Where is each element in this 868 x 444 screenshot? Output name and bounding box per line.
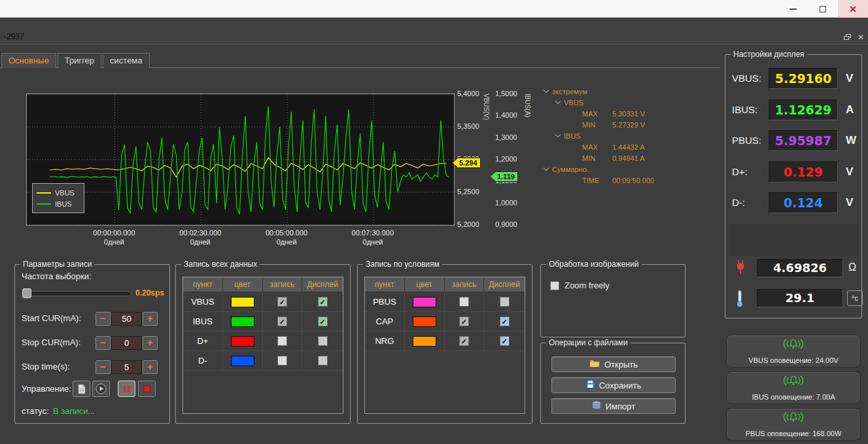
stop-record-button[interactable] [138, 381, 156, 397]
tree-label: IBUS [564, 132, 581, 140]
play-button[interactable] [92, 381, 110, 397]
color-cell [405, 312, 445, 331]
decrement-button[interactable]: − [95, 312, 111, 326]
minimize-button[interactable] [778, 0, 808, 18]
record-cond-group: Запись по условиям пунктцветзаписьДиспле… [357, 264, 532, 424]
tab-Триггер[interactable]: Триггер [58, 53, 101, 68]
xtick-time: 00:02:30.000 [164, 228, 236, 237]
display-checkbox[interactable]: ✓ [500, 316, 510, 326]
alert-button-1[interactable]: IBUS оповещение: 7.00A [726, 371, 861, 404]
display-cell: ✓ [302, 292, 343, 311]
tree-node-экстремум[interactable]: экстремум [544, 86, 716, 97]
control-label: Управление: [22, 384, 71, 394]
item-name-cell: IBUS [183, 312, 223, 331]
item-name-cell: VBUS [183, 292, 223, 311]
marker-value: 5.294 [459, 159, 477, 167]
maximize-button[interactable] [808, 0, 838, 18]
ytick-VBUS(V)-5,4000: 5,4000 [457, 90, 479, 97]
chart-canvas [27, 94, 454, 225]
color-swatch[interactable] [413, 297, 436, 307]
reading-unit: A [846, 103, 854, 116]
table-header-row: пунктцветзаписьДисплей [183, 277, 343, 292]
display-checkbox[interactable] [500, 297, 510, 307]
decrement-button[interactable]: − [95, 336, 111, 350]
close-button[interactable]: ✕ [838, 0, 868, 18]
file-button-Импорт[interactable]: Импорт [551, 398, 676, 414]
display-cell: ✓ [484, 332, 525, 350]
color-swatch[interactable] [231, 297, 254, 307]
play-icon [95, 383, 107, 394]
table-row-VBUS: VBUS✓✓ [183, 292, 343, 312]
color-swatch[interactable] [231, 316, 254, 327]
legend-item-IBUS: IBUS [37, 198, 80, 209]
color-swatch[interactable] [231, 356, 254, 366]
table-row-D-: D- [183, 351, 343, 371]
record-cell [445, 292, 485, 311]
record-checkbox[interactable] [459, 297, 469, 307]
file-operations-group: Операции с файлами ОткрытьСохранитьИмпор… [540, 343, 686, 424]
record-stop-icon [143, 385, 150, 392]
record-checkbox[interactable]: ✓ [277, 297, 287, 307]
temperature-unit[interactable]: °c [847, 290, 863, 306]
new-record-button[interactable] [73, 381, 90, 397]
display-cell [484, 292, 525, 311]
display-cell: ✓ [302, 312, 343, 331]
display-checkbox[interactable]: ✓ [318, 297, 328, 307]
increment-button[interactable]: + [143, 360, 158, 374]
record-checkbox[interactable] [277, 336, 287, 346]
record-cell [263, 351, 303, 370]
pause-button[interactable] [118, 381, 135, 397]
sample-rate-slider-handle[interactable] [22, 288, 31, 298]
column-header-запись: запись [263, 277, 303, 292]
record-cell: ✓ [263, 292, 303, 311]
display-checkbox[interactable]: ✓ [318, 316, 328, 326]
color-cell [223, 312, 263, 331]
zoom-freely-checkbox[interactable] [550, 281, 559, 290]
increment-button[interactable]: + [143, 336, 158, 350]
alert-button-0[interactable]: VBUS оповещение: 24.00V [726, 335, 861, 367]
bell-icon [784, 375, 803, 386]
color-swatch[interactable] [413, 316, 436, 327]
spinner-value[interactable]: 50 [111, 312, 142, 326]
column-header-Дисплей: Дисплей [302, 277, 343, 292]
display-checkbox[interactable] [318, 356, 328, 366]
alert-bell-wrap [727, 375, 860, 386]
alert-button-2[interactable]: PBUS оповещение: 168.00W [726, 408, 861, 441]
decrement-button[interactable]: − [95, 360, 111, 374]
color-swatch[interactable] [231, 336, 254, 347]
record-checkbox[interactable] [277, 356, 287, 366]
spinner-value[interactable]: 0 [111, 336, 142, 350]
mdi-close-icon[interactable]: ✕ [858, 33, 864, 42]
restore-window-icon[interactable] [844, 34, 851, 40]
table-header-row: пунктцветзаписьДисплей [365, 277, 525, 292]
color-swatch[interactable] [413, 336, 436, 347]
sample-rate-slider[interactable] [22, 291, 131, 296]
chart-plot[interactable] [26, 94, 455, 226]
pause-icon [123, 384, 131, 393]
tab-Основные[interactable]: Основные [1, 53, 56, 68]
axis-title-ibus: IBUS(A) [524, 94, 531, 226]
file-button-Сохранить[interactable]: Сохранить [551, 377, 676, 393]
item-name: NRG [375, 336, 394, 346]
group-title: Операции с файлами [546, 338, 631, 347]
tab-система[interactable]: система [103, 53, 149, 68]
reading-label: PBUS: [732, 135, 761, 146]
status-label: статус: [22, 406, 49, 416]
record-checkbox[interactable]: ✓ [459, 316, 469, 326]
record-checkbox[interactable]: ✓ [277, 316, 287, 326]
bell-icon [784, 411, 803, 423]
tree-node-IBUS[interactable]: IBUS [544, 130, 716, 141]
display-checkbox[interactable] [318, 336, 328, 346]
record-checkbox[interactable]: ✓ [459, 336, 469, 346]
record-cell: ✓ [445, 312, 485, 331]
file-button-Открыть[interactable]: Открыть [551, 356, 676, 372]
tree-node-Суммарно...[interactable]: Суммарно... [544, 163, 716, 175]
spinner-value[interactable]: 5 [111, 360, 142, 374]
tree-node-VBUS[interactable]: VBUS [544, 97, 716, 108]
spinner-row-2: Stop time(s):−5+ [15, 360, 171, 375]
item-name-cell: D+ [183, 332, 223, 350]
increment-button[interactable]: + [143, 312, 158, 326]
display-cell [302, 332, 343, 350]
display-checkbox[interactable]: ✓ [500, 336, 510, 346]
column-header-цвет: цвет [223, 277, 263, 292]
